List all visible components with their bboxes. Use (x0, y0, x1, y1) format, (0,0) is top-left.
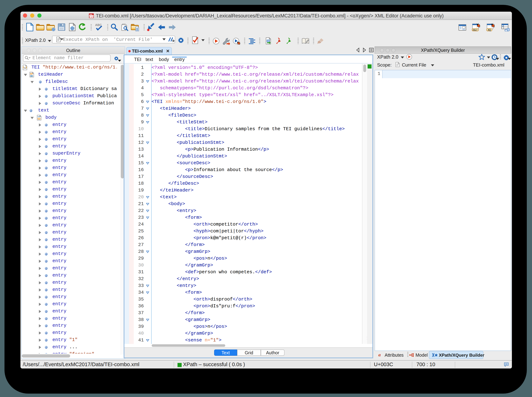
svg-text:XQ: XQ (488, 29, 491, 31)
svg-text:TEI: TEI (24, 67, 26, 69)
svg-text:XML: XML (89, 14, 93, 15)
svg-text:XSLT: XSLT (473, 29, 478, 31)
svg-text:a: a (378, 352, 381, 357)
